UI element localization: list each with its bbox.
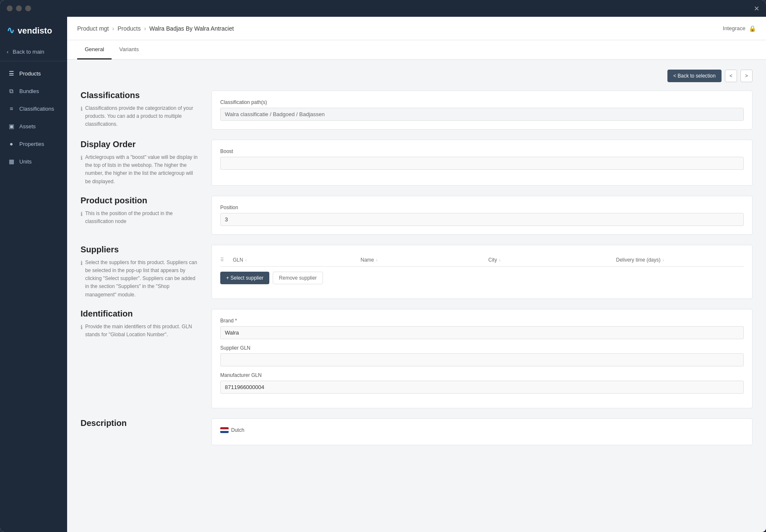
manufacturer-gln-input[interactable] [220, 381, 744, 394]
col-handle: ⠿ [220, 257, 233, 263]
classification-path-label: Classification path(s) [220, 99, 744, 105]
product-position-desc: ℹ This is the position of the product in… [81, 210, 198, 226]
remove-supplier-button[interactable]: Remove supplier [273, 272, 323, 284]
logo-text: vendisto [18, 26, 52, 36]
supplier-gln-label: Supplier GLN [220, 345, 744, 351]
brand-field-group: Brand * [220, 318, 744, 339]
suppliers-info-icon: ℹ [81, 259, 83, 299]
title-bar: ✕ [0, 0, 766, 17]
name-sort-icon: ↓ [376, 257, 378, 262]
form-area: < Back to selection < > Classifications … [67, 60, 766, 465]
classification-path-input[interactable] [220, 108, 744, 121]
tab-variants-label: Variants [119, 46, 139, 52]
sidebar-logo: ∿ vendisto [0, 17, 67, 43]
supplier-gln-input[interactable] [220, 353, 744, 366]
back-to-selection-button[interactable]: < Back to selection [667, 70, 722, 82]
app-layout: ∿ vendisto ‹ Back to main ☰ Products ⧉ B… [0, 17, 766, 532]
sidebar-assets-label: Assets [19, 123, 36, 130]
tab-general-label: General [85, 46, 104, 52]
suppliers-title: Suppliers [81, 245, 198, 254]
display-order-info: Display Order ℹ Articlegroups with a "bo… [81, 140, 198, 186]
description-title: Description [81, 418, 198, 428]
sidebar-item-classifications[interactable]: ≡ Classifications [0, 100, 67, 117]
sidebar-products-label: Products [19, 70, 41, 77]
identification-info-icon: ℹ [81, 323, 83, 339]
classifications-icon: ≡ [8, 105, 15, 112]
suppliers-table-header: ⠿ GLN ↓ Name ↓ City [220, 254, 744, 267]
suppliers-desc: ℹ Select the suppliers for this product.… [81, 259, 198, 299]
select-supplier-button[interactable]: + Select supplier [220, 272, 269, 284]
col-city-header[interactable]: City ↓ [488, 257, 616, 263]
identification-desc-text: Provide the main identifiers of this pro… [85, 323, 198, 339]
product-position-desc-text: This is the position of the product in t… [85, 210, 198, 226]
prev-button[interactable]: < [725, 70, 737, 82]
identification-title: Identification [81, 309, 198, 319]
close-button[interactable]: ✕ [754, 5, 759, 13]
content-area: Product mgt › Products › Walra Badjas By… [67, 17, 766, 532]
breadcrumb-sep-1: › [112, 25, 114, 32]
col-delivery-header[interactable]: Delivery time (days) ↓ [616, 257, 744, 263]
classifications-info-icon: ℹ [81, 105, 83, 129]
classifications-info: Classifications ℹ Classifications provid… [81, 91, 198, 130]
boost-input[interactable] [220, 157, 744, 170]
sidebar-item-products[interactable]: ☰ Products [0, 65, 67, 82]
units-icon: ▦ [8, 158, 15, 165]
brand-input[interactable] [220, 326, 744, 339]
delivery-sort-icon: ↓ [662, 257, 664, 262]
page-content: < Back to selection < > Classifications … [67, 60, 766, 532]
position-input[interactable] [220, 213, 744, 226]
traffic-lights [7, 5, 31, 11]
back-label: Back to main [13, 49, 44, 55]
sidebar-item-properties[interactable]: ● Properties [0, 135, 67, 153]
sidebar-classifications-label: Classifications [19, 106, 54, 112]
col-city-label: City [488, 257, 497, 263]
products-icon: ☰ [8, 70, 15, 77]
display-order-title: Display Order [81, 140, 198, 149]
next-button[interactable]: > [740, 70, 753, 82]
identification-info: Identification ℹ Provide the main identi… [81, 309, 198, 408]
bundles-icon: ⧉ [8, 87, 15, 95]
breadcrumb: Product mgt › Products › Walra Badjas By… [77, 25, 234, 32]
sidebar-units-label: Units [19, 158, 32, 165]
description-section: Description Dutch [81, 418, 753, 445]
display-order-body: Boost [211, 140, 753, 186]
breadcrumb-products[interactable]: Products [117, 25, 141, 32]
top-bar: Product mgt › Products › Walra Badjas By… [67, 17, 766, 40]
suppliers-info: Suppliers ℹ Select the suppliers for thi… [81, 245, 198, 299]
tab-general[interactable]: General [77, 40, 112, 60]
classifications-desc-text: Classifications provide the categorizati… [85, 104, 198, 129]
sidebar: ∿ vendisto ‹ Back to main ☰ Products ⧉ B… [0, 17, 67, 532]
action-bar: < Back to selection < > [81, 70, 753, 82]
product-position-info-icon: ℹ [81, 210, 83, 226]
suppliers-table-actions: + Select supplier Remove supplier [220, 272, 744, 284]
classifications-body: Classification path(s) [211, 91, 753, 130]
col-delivery-label: Delivery time (days) [616, 257, 661, 263]
suppliers-desc-text: Select the suppliers for this product. S… [85, 259, 198, 299]
manufacturer-gln-field-group: Manufacturer GLN [220, 372, 744, 394]
sidebar-item-bundles[interactable]: ⧉ Bundles [0, 82, 67, 100]
suppliers-body: ⠿ GLN ↓ Name ↓ City [211, 245, 753, 299]
sidebar-back-button[interactable]: ‹ Back to main [0, 43, 67, 61]
dot-red [7, 5, 13, 11]
tab-variants[interactable]: Variants [112, 40, 146, 60]
description-body: Dutch [211, 418, 753, 445]
sidebar-item-assets[interactable]: ▣ Assets [0, 117, 67, 135]
col-gln-header[interactable]: GLN ↓ [233, 257, 361, 263]
boost-label: Boost [220, 148, 744, 154]
product-position-info: Product position ℹ This is the position … [81, 196, 198, 235]
dutch-flag-icon [220, 427, 229, 433]
logo-icon: ∿ [7, 25, 14, 36]
col-name-header[interactable]: Name ↓ [361, 257, 489, 263]
suppliers-section: Suppliers ℹ Select the suppliers for thi… [81, 245, 753, 299]
display-order-section: Display Order ℹ Articlegroups with a "bo… [81, 140, 753, 186]
properties-icon: ● [8, 140, 15, 148]
brand-label: Brand * [220, 318, 744, 324]
description-info: Description [81, 418, 198, 445]
display-order-info-icon: ℹ [81, 154, 83, 186]
breadcrumb-sep-2: › [144, 25, 146, 32]
identification-desc: ℹ Provide the main identifiers of this p… [81, 323, 198, 339]
city-sort-icon: ↓ [499, 257, 501, 262]
sidebar-item-units[interactable]: ▦ Units [0, 153, 67, 170]
breadcrumb-product-mgt[interactable]: Product mgt [77, 25, 109, 32]
breadcrumb-current: Walra Badjas By Walra Antraciet [149, 25, 234, 32]
